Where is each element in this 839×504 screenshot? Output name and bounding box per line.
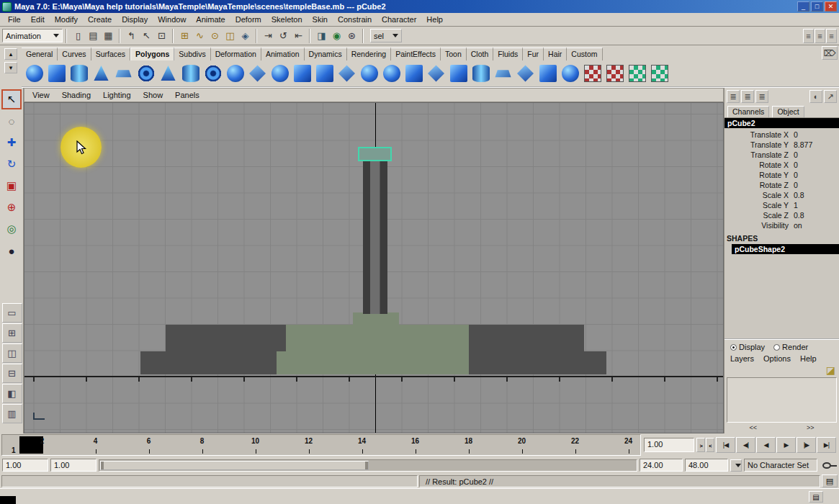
tab-channels[interactable]: Channels xyxy=(727,106,769,117)
menu-constrain[interactable]: Constrain xyxy=(333,14,377,25)
poly-soccer-ball-button[interactable] xyxy=(225,63,246,84)
temple-center-upper[interactable] xyxy=(286,325,469,351)
poly-torus-button[interactable] xyxy=(135,63,156,84)
layout-single-pane-button[interactable]: ▭ xyxy=(2,303,22,323)
channel-value-scale-y[interactable]: 1 xyxy=(794,200,839,210)
channel-manip-default-icon[interactable]: ≣ xyxy=(741,90,754,103)
menu-animate[interactable]: Animate xyxy=(191,14,230,25)
uv-cylindrical-mapping-button[interactable] xyxy=(604,63,625,84)
scroll-right-hint[interactable]: >> xyxy=(807,424,815,433)
uv-automatic-mapping-button[interactable] xyxy=(627,63,647,84)
make-live-icon[interactable]: ◈ xyxy=(238,28,253,43)
poly-cube-button[interactable] xyxy=(46,63,67,84)
channel-shape-node-name[interactable]: pCubeShape2 xyxy=(732,244,839,254)
move-tool-icon[interactable]: ✚ xyxy=(1,132,22,153)
layer-list[interactable] xyxy=(727,377,837,423)
select-tool-icon[interactable]: ↖ xyxy=(1,89,22,109)
go-to-next-key-button[interactable]: ▸| xyxy=(706,438,714,452)
separate-button[interactable] xyxy=(336,63,357,84)
shelf-tab-curves[interactable]: Curves xyxy=(58,48,91,60)
temple-base-upper-right[interactable] xyxy=(469,325,584,351)
viewport-menu-shading[interactable]: Shading xyxy=(60,90,92,100)
show-manipulator-tool-icon[interactable]: ● xyxy=(1,240,22,261)
layer-menu-layers[interactable]: Layers xyxy=(730,354,754,363)
shelf-tab-general[interactable]: General xyxy=(22,48,58,60)
layout-outliner-persp-button[interactable]: ◧ xyxy=(2,384,22,403)
group-divider[interactable] xyxy=(171,29,176,43)
menu-window[interactable]: Window xyxy=(153,14,191,25)
range-slider-track[interactable] xyxy=(99,459,637,472)
bevel-button[interactable] xyxy=(426,63,447,84)
shelf-tab-animation[interactable]: Animation xyxy=(261,48,305,60)
menu-display[interactable]: Display xyxy=(117,14,153,25)
channel-hammer-icon[interactable]: ↗ xyxy=(824,90,837,103)
poly-pipe-button[interactable] xyxy=(180,63,201,84)
shelf-tab-subdivs[interactable]: Subdivs xyxy=(174,48,210,60)
ipr-render-icon[interactable]: ◉ xyxy=(329,28,344,43)
render-current-frame-icon[interactable]: ◨ xyxy=(314,28,329,43)
open-scene-icon[interactable]: ▤ xyxy=(86,28,101,43)
menu-file[interactable]: File xyxy=(3,14,26,25)
merge-vertices-button[interactable] xyxy=(515,63,536,84)
go-to-end-button[interactable]: ▶| xyxy=(817,437,836,453)
go-to-start-button[interactable]: |◀ xyxy=(716,437,735,453)
split-polygon-tool-button[interactable] xyxy=(448,63,469,84)
close-button[interactable]: ✕ xyxy=(825,1,837,12)
group-divider[interactable] xyxy=(64,29,69,43)
playback-end-field[interactable]: 24.00 xyxy=(640,459,683,472)
channel-value-rotate-y[interactable]: 0 xyxy=(794,170,839,180)
animation-end-field[interactable]: 48.00 xyxy=(685,459,728,472)
shelf-tab-hair[interactable]: Hair xyxy=(544,48,567,60)
channel-speed-icon[interactable]: ◐ xyxy=(809,90,822,103)
insert-edge-loop-button[interactable] xyxy=(470,63,491,84)
channel-value-translate-x[interactable]: 0 xyxy=(794,130,839,140)
construction-history-icon[interactable]: ↺ xyxy=(276,28,291,43)
new-scene-icon[interactable]: ▯ xyxy=(71,28,86,43)
shelf-tab-cloth[interactable]: Cloth xyxy=(467,48,494,60)
group-divider[interactable] xyxy=(117,29,122,43)
viewport-menu-lighting[interactable]: Lighting xyxy=(102,90,133,100)
selected-pcube2[interactable] xyxy=(358,147,392,161)
layout-hypergraph-persp-button[interactable]: ▥ xyxy=(2,404,22,423)
play-backward-button[interactable]: ◀ xyxy=(756,437,776,453)
temple-base-lower-left[interactable] xyxy=(140,351,277,374)
group-divider[interactable] xyxy=(308,29,313,43)
menu-modify[interactable]: Modify xyxy=(50,14,83,25)
channel-manip-hyperbolic-icon[interactable]: ≣ xyxy=(755,90,768,103)
menu-create[interactable]: Create xyxy=(83,14,117,25)
shelf-tab-dynamics[interactable]: Dynamics xyxy=(305,48,347,60)
layout-two-pane-side-button[interactable]: ◫ xyxy=(2,343,22,363)
rotate-tool-icon[interactable]: ↻ xyxy=(1,154,22,174)
render-radio[interactable]: Render xyxy=(773,343,808,351)
play-forward-button[interactable]: ▶ xyxy=(776,437,796,453)
poly-cylinder-button[interactable] xyxy=(68,63,89,84)
poly-platonic-solid-button[interactable] xyxy=(247,63,268,84)
step-back-frame-button[interactable]: ◀| xyxy=(736,437,755,453)
shelf-tab-toon[interactable]: Toon xyxy=(441,48,467,60)
toggle-channel-box-icon[interactable]: ≡ xyxy=(826,29,837,43)
channel-value-rotate-z[interactable]: 0 xyxy=(794,180,839,190)
playback-start-field[interactable]: 1.00 xyxy=(50,459,97,472)
snap-to-plane-icon[interactable]: ◫ xyxy=(223,28,238,43)
channel-node-name[interactable]: pCube2 xyxy=(724,118,839,128)
channel-value-translate-y[interactable]: 8.877 xyxy=(794,140,839,150)
channel-value-visibility[interactable]: on xyxy=(794,220,839,230)
subdiv-proxy-button[interactable] xyxy=(292,63,313,84)
range-slider-bar[interactable] xyxy=(100,461,369,470)
shelf-tab-deformation[interactable]: Deformation xyxy=(211,48,261,60)
poly-helix-button[interactable] xyxy=(202,63,223,84)
step-forward-frame-button[interactable]: |▶ xyxy=(797,437,816,453)
scale-tool-icon[interactable]: ▣ xyxy=(1,176,22,196)
viewport-menu-panels[interactable]: Panels xyxy=(174,90,201,100)
channel-value-scale-z[interactable]: 0.8 xyxy=(794,210,839,220)
shelf-tab-fluids[interactable]: Fluids xyxy=(493,48,523,60)
menu-skin[interactable]: Skin xyxy=(308,14,333,25)
layout-two-pane-stacked-button[interactable]: ⊟ xyxy=(2,364,22,383)
channel-value-rotate-x[interactable]: 0 xyxy=(794,160,839,170)
time-slider[interactable]: 1 24681012141618202224 xyxy=(1,434,641,456)
poly-plane-button[interactable] xyxy=(113,63,134,84)
current-time-field[interactable]: 1.00 xyxy=(644,438,694,452)
shelf-tab-fur[interactable]: Fur xyxy=(523,48,544,60)
menu-character[interactable]: Character xyxy=(377,14,421,25)
paint-bucket-icon[interactable]: ◪ xyxy=(826,364,835,376)
